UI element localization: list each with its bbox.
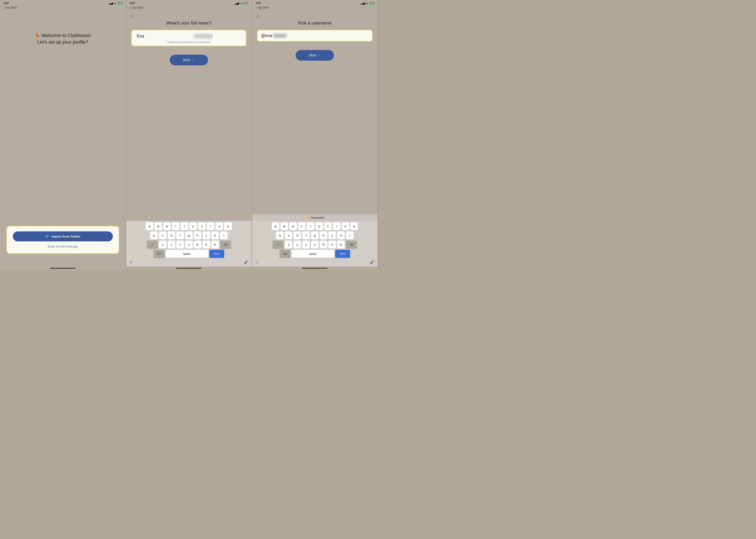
key-h[interactable]: h <box>194 231 202 240</box>
key3-c[interactable]: c <box>302 241 310 249</box>
signal-icon-1: ▂▄▆ <box>109 2 113 4</box>
passwords-bar[interactable]: 🔑 Passwords <box>252 214 378 221</box>
key3-o[interactable]: o <box>342 222 349 230</box>
key3-p[interactable]: p <box>350 222 358 230</box>
key-d[interactable]: d <box>168 231 175 240</box>
manual-link[interactable]: Enter my info manually <box>48 245 78 248</box>
welcome-text: 🎉 Welcome to Clubhouse! Let's set up you… <box>35 32 91 45</box>
app-store-label-2: App Store <box>131 6 143 9</box>
key3-a[interactable]: a <box>276 231 284 240</box>
key-e[interactable]: e <box>163 222 171 230</box>
key3-b[interactable]: b <box>320 241 327 249</box>
key-delete[interactable]: ⌫ <box>220 241 231 249</box>
key3-i[interactable]: i <box>333 222 341 230</box>
key-t[interactable]: t <box>181 222 188 230</box>
key3-w[interactable]: w <box>281 222 288 230</box>
next-button-3[interactable]: Next → <box>295 50 334 61</box>
key-num[interactable]: 123 <box>153 250 165 258</box>
app-store-back-3[interactable]: ‹ App Store <box>252 6 378 11</box>
screen1-body: 🎉 Welcome to Clubhouse! Let's set up you… <box>0 11 126 267</box>
key-done[interactable]: done <box>210 250 224 258</box>
key3-e[interactable]: e <box>289 222 297 230</box>
key-z[interactable]: z <box>159 241 167 249</box>
key-y[interactable]: y <box>189 222 197 230</box>
welcome-line2: Let's set up your profile? <box>35 39 91 45</box>
key-j[interactable]: j <box>203 231 210 240</box>
key-space[interactable]: space <box>166 250 208 258</box>
first-name-input[interactable] <box>135 33 192 39</box>
key-v[interactable]: v <box>185 241 193 249</box>
wifi-icon-2: ▲ <box>240 2 242 4</box>
key-s[interactable]: s <box>159 231 167 240</box>
key3-h[interactable]: h <box>320 231 327 240</box>
keyboard3-row-4: 123 space done <box>253 250 377 258</box>
key3-l[interactable]: l <box>346 231 354 240</box>
last-name-field[interactable] <box>192 33 243 39</box>
key3-y[interactable]: y <box>315 222 323 230</box>
key3-delete[interactable]: ⌫ <box>346 241 357 249</box>
key3-m[interactable]: m <box>337 241 345 249</box>
last-name-blur <box>194 34 211 38</box>
key3-d[interactable]: d <box>294 231 301 240</box>
key3-t[interactable]: t <box>307 222 314 230</box>
username-blur <box>274 34 286 38</box>
keyboard3-row-3: ⇧ z x c v b n m ⌫ <box>253 241 377 249</box>
app-store-label-3: App Store <box>258 6 269 9</box>
home-indicator-3 <box>302 268 327 269</box>
time-1: 2:57 <box>4 2 9 5</box>
emoji-icon-2[interactable]: ☺ <box>129 260 133 265</box>
key-shift[interactable]: ⇧ <box>147 241 158 249</box>
cursor <box>211 34 212 38</box>
name-fields <box>135 33 243 39</box>
key-p[interactable]: p <box>224 222 232 230</box>
key3-g[interactable]: g <box>311 231 319 240</box>
mic-icon-2[interactable]: 🎤 <box>244 260 249 265</box>
key-x[interactable]: x <box>168 241 175 249</box>
passwords-label: Passwords <box>310 216 324 219</box>
back-button-3[interactable]: ‹ <box>257 13 259 19</box>
key3-f[interactable]: f <box>302 231 310 240</box>
key-w[interactable]: w <box>154 222 162 230</box>
username-input-container[interactable]: @eva <box>257 30 373 41</box>
key3-n[interactable]: n <box>328 241 336 249</box>
key-i[interactable]: i <box>207 222 214 230</box>
mic-icon-3[interactable]: 🎤 <box>370 260 375 265</box>
key3-u[interactable]: u <box>324 222 332 230</box>
key-r[interactable]: r <box>172 222 180 230</box>
key3-q[interactable]: q <box>272 222 280 230</box>
key3-x[interactable]: x <box>294 241 301 249</box>
key-g[interactable]: g <box>185 231 193 240</box>
key3-num[interactable]: 123 <box>280 250 291 258</box>
import-twitter-button[interactable]: 🐦 Import from Twitter <box>13 231 113 241</box>
key-o[interactable]: o <box>215 222 223 230</box>
app-store-back-1[interactable]: ‹ App Store <box>0 6 126 11</box>
key3-j[interactable]: j <box>328 231 336 240</box>
key-u[interactable]: u <box>198 222 206 230</box>
key3-space[interactable]: space <box>292 250 334 258</box>
next-button-2[interactable]: Next → <box>170 55 208 65</box>
keyboard-row-4: 123 space done <box>127 250 251 258</box>
key-f[interactable]: f <box>176 231 184 240</box>
key3-done[interactable]: done <box>335 250 350 258</box>
key-n[interactable]: n <box>203 241 210 249</box>
username-value: @eva <box>261 33 272 38</box>
back-button-2[interactable]: ‹ <box>131 13 133 19</box>
key-l[interactable]: l <box>220 231 228 240</box>
key3-v[interactable]: v <box>311 241 319 249</box>
emoji-icon-3[interactable]: ☺ <box>255 260 259 265</box>
app-store-back-2[interactable]: ‹ App Store <box>126 6 252 11</box>
signal-icon-3: ▂▄▆ <box>361 2 365 4</box>
key-c[interactable]: c <box>176 241 184 249</box>
key3-s[interactable]: s <box>285 231 293 240</box>
key-q[interactable]: q <box>146 222 153 230</box>
key-b[interactable]: b <box>194 241 202 249</box>
key-a[interactable]: a <box>150 231 158 240</box>
screen2-body: ‹ What's your full name? People use real… <box>126 11 252 221</box>
key3-r[interactable]: r <box>298 222 305 230</box>
key3-shift[interactable]: ⇧ <box>273 241 284 249</box>
key3-k[interactable]: k <box>337 231 345 240</box>
key-m[interactable]: m <box>211 241 219 249</box>
key-k[interactable]: k <box>211 231 219 240</box>
keyboard-row-3: ⇧ z x c v b n m ⌫ <box>127 241 251 249</box>
key3-z[interactable]: z <box>285 241 293 249</box>
